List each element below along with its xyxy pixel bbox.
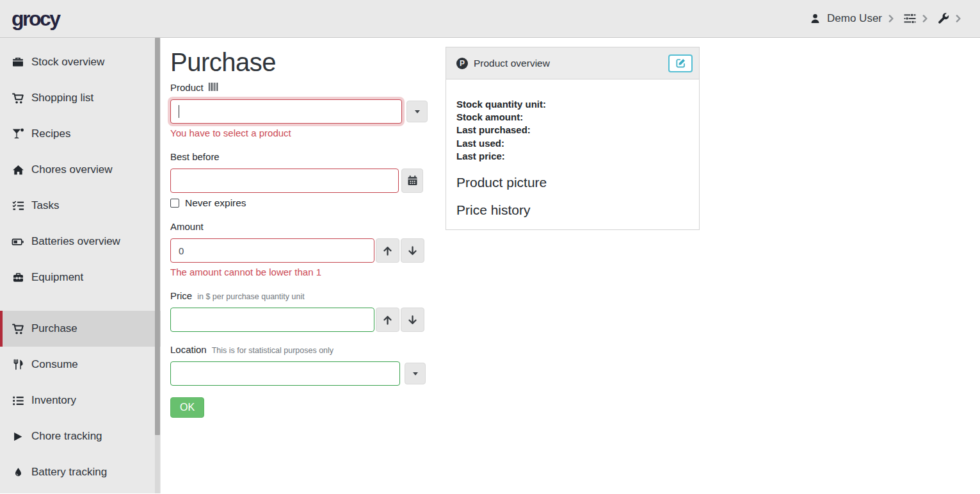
price-hint: in $ per purchase quantity unit <box>197 292 304 301</box>
tasks-icon <box>12 201 24 211</box>
product-dropdown-button[interactable] <box>406 101 428 122</box>
edit-product-button[interactable] <box>668 54 693 72</box>
user-menu-label: Demo User <box>827 12 882 25</box>
text-cursor <box>179 105 179 118</box>
battery-icon <box>12 236 24 247</box>
product-overview-card: P Product overview Stock quantity unit:S… <box>446 47 700 230</box>
sidebar-item-consume[interactable]: Consume <box>0 347 161 383</box>
sliders-icon <box>904 13 916 24</box>
sidebar-item-battery-tracking[interactable]: Battery tracking <box>0 454 161 490</box>
price-input[interactable] <box>170 308 374 332</box>
overview-field: Stock quantity unit: <box>456 98 689 111</box>
sidebar-item-recipes[interactable]: Recipes <box>0 116 161 152</box>
overview-field: Stock amount: <box>456 111 689 124</box>
sidebar-item-batteries-overview[interactable]: Batteries overview <box>0 224 161 259</box>
chevron-right-icon <box>922 15 928 22</box>
topbar: grocy Demo User <box>0 0 980 38</box>
never-expires-label: Never expires <box>185 197 246 209</box>
play-icon <box>12 431 24 442</box>
edit-icon <box>675 58 686 69</box>
never-expires-row: Never expires <box>170 197 426 209</box>
main-content: Purchase Product <box>161 38 980 493</box>
amount-increment-button[interactable] <box>376 238 399 263</box>
overview-field: Last price: <box>456 150 689 163</box>
sidebar-item-chore-tracking[interactable]: Chore tracking <box>0 418 161 454</box>
amount-decrement-button[interactable] <box>401 238 424 263</box>
overview-section-heading: Price history <box>456 202 689 218</box>
location-label: Location <box>170 344 207 355</box>
best-before-label: Best before <box>170 151 220 162</box>
product-hunt-icon: P <box>456 58 468 69</box>
sidebar-item-purchase[interactable]: Purchase <box>0 311 161 347</box>
sidebar-item-stock-overview[interactable]: Stock overview <box>0 44 161 80</box>
ok-button[interactable]: OK <box>170 397 204 418</box>
overview-field: Last purchased: <box>456 124 689 136</box>
amount-error: The amount cannot be lower than 1 <box>170 267 426 277</box>
amount-group: Amount The amount cannot be <box>170 221 426 277</box>
barcode-icon <box>209 83 218 91</box>
sidebar-scrollbar-thumb[interactable] <box>155 38 160 435</box>
sidebar-item-tasks[interactable]: Tasks <box>0 188 161 224</box>
arrow-down-icon <box>407 245 418 256</box>
home-icon <box>12 165 24 176</box>
location-input[interactable] <box>170 361 400 386</box>
location-dropdown-button[interactable] <box>405 363 426 384</box>
page-title: Purchase <box>170 48 426 77</box>
sidebar-item-inventory[interactable]: Inventory <box>0 383 161 418</box>
caret-down-icon <box>413 372 418 375</box>
product-overview-title: Product overview <box>474 58 550 69</box>
purchase-form: Purchase Product <box>170 47 426 418</box>
price-decrement-button[interactable] <box>401 308 424 332</box>
droplet-icon <box>12 466 24 478</box>
calendar-button[interactable] <box>401 169 423 193</box>
location-hint: This is for statistical purposes only <box>212 346 333 355</box>
cart-icon <box>12 324 24 334</box>
best-before-group: Best before Never expires <box>170 151 426 209</box>
amount-input[interactable] <box>170 238 374 263</box>
sidebar-item-chores-overview[interactable]: Chores overview <box>0 152 161 188</box>
utensils-icon <box>12 359 24 370</box>
price-increment-button[interactable] <box>376 308 399 332</box>
sidebar-item-shopping-list[interactable]: Shopping list <box>0 80 161 116</box>
toolbox-icon <box>12 272 24 283</box>
settings-menu[interactable] <box>904 13 928 24</box>
location-group: Location This is for statistical purpose… <box>170 344 426 386</box>
product-overview-headings: Product picturePrice history <box>456 175 689 218</box>
user-icon <box>810 13 821 24</box>
never-expires-checkbox[interactable] <box>170 199 179 208</box>
sidebar: Stock overview Shopping list Recipes Cho… <box>0 38 161 493</box>
arrow-down-icon <box>407 315 418 325</box>
admin-menu[interactable] <box>938 13 961 24</box>
chevron-right-icon <box>956 15 961 22</box>
product-input[interactable] <box>170 99 402 124</box>
product-error: You have to select a product <box>170 128 426 138</box>
overview-field: Last used: <box>456 137 689 150</box>
wrench-icon <box>938 13 949 24</box>
best-before-input[interactable] <box>170 169 399 193</box>
arrow-up-icon <box>382 245 393 256</box>
cocktail-icon <box>12 128 24 140</box>
product-overview-fields: Stock quantity unit:Stock amount:Last pu… <box>456 98 689 163</box>
arrow-up-icon <box>382 315 393 325</box>
product-label: Product <box>170 82 204 93</box>
caret-down-icon <box>415 110 420 113</box>
price-group: Price in $ per purchase quantity unit <box>170 290 426 332</box>
sidebar-nav: Stock overview Shopping list Recipes Cho… <box>0 44 161 490</box>
box-icon <box>12 56 24 68</box>
sidebar-item-equipment[interactable]: Equipment <box>0 259 161 295</box>
product-overview-body: Stock quantity unit:Stock amount:Last pu… <box>446 79 699 229</box>
calendar-icon <box>407 175 418 186</box>
overview-section-heading: Product picture <box>456 175 689 190</box>
list-icon <box>12 395 24 406</box>
topbar-menu: Demo User <box>810 12 961 25</box>
app-logo[interactable]: grocy <box>12 7 60 31</box>
amount-label: Amount <box>170 221 204 232</box>
price-label: Price <box>170 290 192 301</box>
product-group: Product You have to select a product <box>170 82 426 138</box>
cart-icon <box>12 93 24 104</box>
product-overview-header: P Product overview <box>446 47 699 79</box>
chevron-right-icon <box>888 15 894 22</box>
user-menu[interactable]: Demo User <box>810 12 894 25</box>
